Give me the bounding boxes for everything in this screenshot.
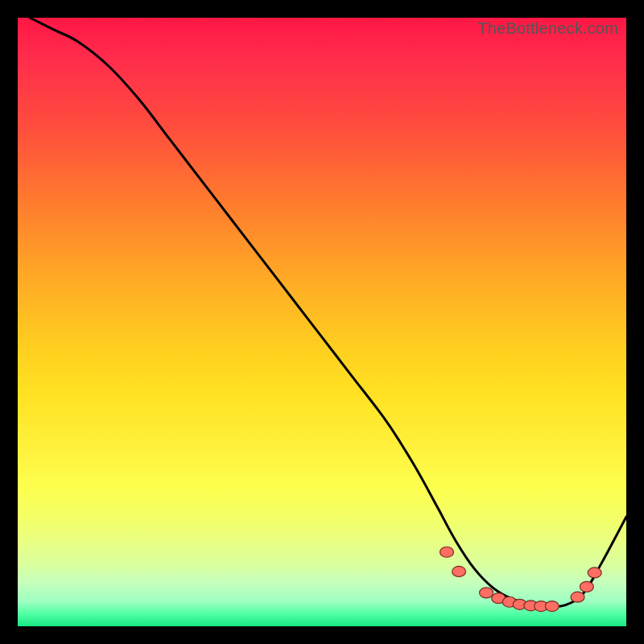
- marker-dot: [480, 588, 493, 598]
- marker-dot: [452, 566, 466, 576]
- marker-dot: [580, 581, 593, 592]
- marker-dot: [588, 568, 601, 578]
- marker-dot: [571, 592, 584, 602]
- chart-frame: TheBottleneck.com: [0, 0, 644, 644]
- plot-area: TheBottleneck.com: [18, 18, 626, 626]
- curve-layer: [18, 18, 626, 626]
- marker-dot: [440, 547, 453, 557]
- main-curve: [30, 18, 626, 607]
- marker-dot: [545, 601, 559, 612]
